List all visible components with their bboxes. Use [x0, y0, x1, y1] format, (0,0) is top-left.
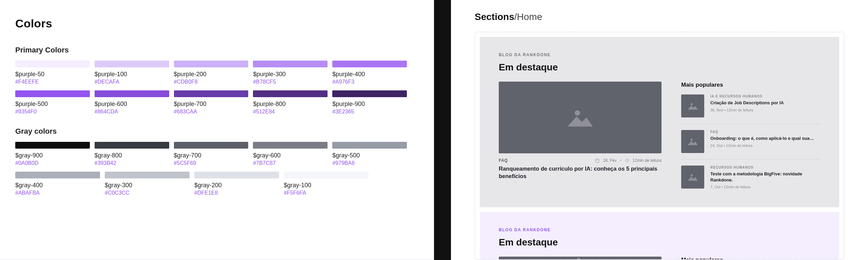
color-chip: [332, 142, 407, 149]
color-hex: #F5F6FA: [284, 190, 369, 196]
color-swatch: $purple-300#B78CF5: [253, 61, 328, 85]
popular-col: Mais popularesIA E RECURSOS HUMANOS: [681, 257, 820, 259]
color-name: $gray-400: [15, 182, 100, 189]
color-hex: #864CDA: [95, 109, 169, 115]
color-name: $gray-500: [332, 152, 407, 159]
color-chip: [194, 172, 279, 178]
gray-colors-heading: Gray colors: [15, 127, 407, 136]
color-chip: [15, 172, 100, 178]
featured-meta: FAQ18, Fev•12min de leitura: [499, 158, 662, 163]
palette-title: Colors: [15, 17, 407, 30]
color-name: $purple-200: [174, 71, 249, 78]
popular-heading: Mais populares: [681, 82, 820, 88]
section-title: Em destaque: [499, 237, 820, 248]
color-chip: [15, 90, 90, 97]
color-name: $purple-700: [174, 101, 249, 108]
color-swatch: $gray-300#C0C3CC: [105, 172, 190, 196]
popular-item[interactable]: FAQOnboarding: o que é, como aplicá-lo e…: [681, 124, 820, 159]
color-hex: #3E2365: [332, 109, 407, 115]
color-name: $gray-800: [95, 152, 169, 159]
popular-thumb: [681, 94, 704, 117]
color-name: $gray-600: [253, 152, 328, 159]
color-hex: #DECAFA: [95, 79, 169, 85]
section-eyebrow: BLOG DA RANKDONE: [499, 52, 820, 57]
breadcrumb-sub: /Home: [514, 12, 542, 22]
popular-item[interactable]: RECURSOS HUMANOSTeste com a metodologia …: [681, 159, 820, 195]
color-chip: [332, 90, 407, 97]
image-placeholder-icon: [687, 173, 698, 181]
image-placeholder-icon: [566, 107, 595, 128]
color-name: $gray-300: [105, 182, 190, 189]
color-name: $purple-100: [95, 71, 169, 78]
divider: [434, 0, 451, 260]
popular-title: Criação de Job Descriptions por IA: [710, 100, 820, 106]
popular-eyebrow: FAQ: [710, 130, 820, 134]
sections-pane: Sections/Home BLOG DA RANKDONEEm destaqu…: [451, 0, 868, 260]
color-chip: [332, 61, 407, 67]
section-title: Em destaque: [499, 62, 820, 73]
color-hex: #683CAA: [174, 109, 249, 115]
color-name: $gray-200: [194, 182, 279, 189]
color-name: $purple-500: [15, 101, 90, 108]
color-swatch: $purple-800#512E84: [253, 90, 328, 115]
color-chip: [95, 61, 169, 67]
section-eyebrow: BLOG DA RANKDONE: [499, 228, 820, 232]
sections-frame: BLOG DA RANKDONEEm destaqueFAQ18, Fev•12…: [475, 32, 844, 260]
color-chip: [105, 172, 190, 178]
breadcrumb-root: Sections: [475, 12, 514, 22]
color-name: $gray-900: [15, 152, 90, 159]
home-section: BLOG DA RANKDONEEm destaqueFAQ18, Fev•12…: [480, 37, 839, 207]
color-swatch: $purple-500#9354F0: [15, 90, 90, 115]
popular-eyebrow: IA E RECURSOS HUMANOS: [710, 94, 820, 98]
popular-meta: 30, Nov • 12min de leitura: [710, 108, 820, 112]
popular-meta: 24, Out • 12min de leitura: [710, 144, 820, 148]
color-chip: [15, 142, 90, 149]
palette-pane: Colors Primary Colors $purple-50#F4EEFE$…: [0, 0, 434, 260]
popular-meta: 7, Out • 12min de leitura: [710, 185, 820, 189]
color-hex: #A976F3: [332, 79, 407, 85]
color-swatch: $gray-400#ABAFBA: [15, 172, 100, 196]
color-name: $purple-600: [95, 101, 169, 108]
popular-col: Mais popularesIA E RECURSOS HUMANOSCriaç…: [681, 82, 820, 195]
featured-date: 18, Fev: [603, 158, 616, 163]
color-swatch: $gray-500#979BA6: [332, 142, 407, 166]
popular-title: Onboarding: o que é, como aplicá-lo e qu…: [710, 135, 820, 142]
image-placeholder-icon: [572, 256, 589, 259]
popular-title: Teste com a metodologia BigFive: novidad…: [710, 171, 820, 183]
color-swatch: $purple-400#A976F3: [332, 61, 407, 85]
featured-readtime: 12min de leitura: [633, 158, 662, 163]
color-name: $purple-300: [253, 71, 328, 78]
color-name: $gray-100: [284, 182, 369, 189]
breadcrumb: Sections/Home: [475, 12, 844, 22]
color-chip: [174, 142, 249, 149]
color-swatch: $purple-200#CDB0F8: [174, 61, 249, 85]
featured-hero[interactable]: [499, 82, 662, 153]
color-hex: #7B7C87: [253, 160, 328, 166]
popular-thumb: [681, 130, 704, 153]
color-swatch: $gray-800#393B42: [95, 142, 169, 166]
color-chip: [284, 172, 369, 178]
color-hex: #979BA6: [332, 160, 407, 166]
color-hex: #5C5F69: [174, 160, 249, 166]
color-swatch: $gray-100#F5F6FA: [284, 172, 369, 196]
popular-thumb: [681, 166, 704, 189]
color-swatch: $purple-50#F4EEFE: [15, 61, 90, 85]
featured-hero[interactable]: [499, 257, 662, 259]
color-chip: [253, 90, 328, 97]
featured-headline: Ranqueamento de currículo por IA: conheç…: [499, 165, 662, 180]
popular-item[interactable]: IA E RECURSOS HUMANOSCriação de Job Desc…: [681, 94, 820, 124]
featured-col: [499, 257, 662, 259]
color-hex: #9354F0: [15, 109, 90, 115]
color-swatch: $purple-900#3E2365: [332, 90, 407, 115]
color-chip: [95, 90, 169, 97]
color-hex: #B78CF5: [253, 79, 328, 85]
color-swatch: $purple-700#683CAA: [174, 90, 249, 115]
image-placeholder-icon: [687, 137, 698, 146]
color-hex: #393B42: [95, 160, 169, 166]
color-swatch: $purple-100#DECAFA: [95, 61, 169, 85]
color-swatch: $gray-600#7B7C87: [253, 142, 328, 166]
popular-heading: Mais populares: [681, 257, 820, 259]
color-swatch: $gray-700#5C5F69: [174, 142, 249, 166]
color-hex: #ABAFBA: [15, 190, 100, 196]
color-hex: #512E84: [253, 109, 328, 115]
